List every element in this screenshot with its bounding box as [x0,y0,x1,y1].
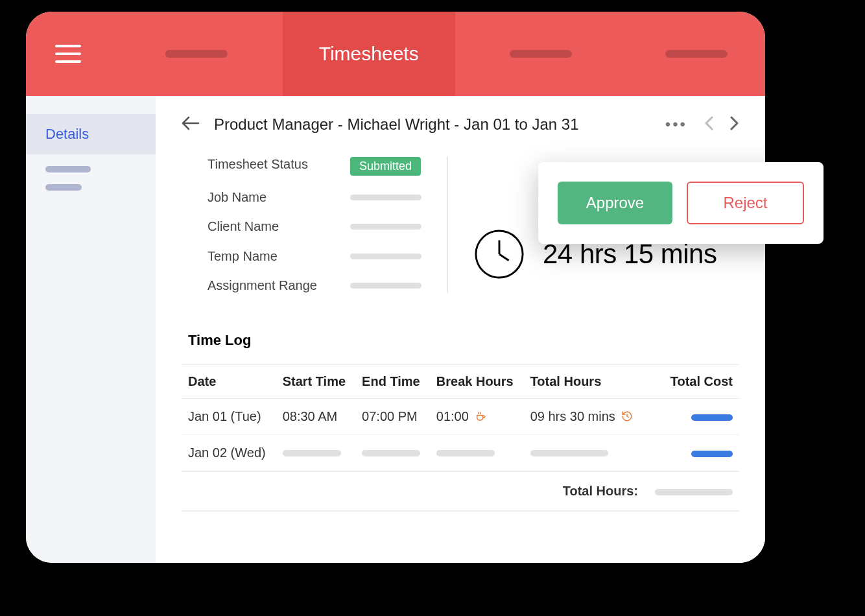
status-grid: Timesheet Status Submitted Job Name Clie… [207,157,421,293]
reject-button[interactable]: Reject [687,182,804,224]
total-hours-label: Total Hours: [524,471,645,511]
table-header-row: Date Start Time End Time Break Hours Tot… [182,365,739,399]
tab-label: Timesheets [319,43,419,65]
sidebar-item-details[interactable]: Details [26,114,156,154]
sidebar-item-placeholder[interactable] [45,166,91,172]
client-name-label: Client Name [207,219,337,234]
header-tab-placeholder-right-1[interactable] [455,12,628,96]
client-name-value [350,224,421,230]
svg-line-10 [627,416,628,418]
cell-total: 09 hrs 30 mins [524,399,645,435]
cell-break: 01:00 [430,399,524,435]
col-date: Date [182,365,276,399]
cell-start: 08:30 AM [276,399,355,435]
col-cost: Total Cost [645,365,739,399]
arrow-left-icon [182,115,200,131]
cell-cost [645,435,739,472]
timelog-title: Time Log [188,332,739,349]
tab-placeholder-pill [510,50,572,58]
header-tab-timesheets[interactable]: Timesheets [283,12,455,96]
back-button[interactable] [182,115,200,134]
tab-placeholder-pill [165,50,228,58]
menu-button[interactable] [26,12,110,96]
cell-break [430,435,524,472]
cell-start [276,435,355,472]
vertical-divider [447,157,448,293]
status-label: Timesheet Status [207,157,337,176]
page-title: Product Manager - Michael Wright - Jan 0… [214,115,651,134]
temp-name-value [350,254,421,259]
table-row[interactable]: Jan 01 (Tue) 08:30 AM 07:00 PM 01:00 09 … [182,399,739,435]
table-total-row: Total Hours: [182,471,739,511]
col-end: End Time [355,365,430,399]
temp-name-label: Temp Name [207,249,337,264]
clock-icon [474,229,525,279]
header: Timesheets [26,12,765,96]
table-row[interactable]: Jan 02 (Wed) [182,435,739,472]
col-total: Total Hours [524,365,645,399]
svg-line-6 [499,254,509,261]
coffee-icon [475,410,486,422]
cell-cost [645,399,739,435]
col-break: Break Hours [430,365,524,399]
header-tab-placeholder-left[interactable] [110,12,283,96]
assignment-range-label: Assignment Range [207,278,337,293]
more-button[interactable]: ••• [665,115,687,134]
approval-card: Approve Reject [538,162,824,244]
app-window: Timesheets Details Product Man [26,12,765,563]
chevron-left-icon [704,116,713,130]
breadcrumb-actions: ••• [665,115,739,134]
approve-button[interactable]: Approve [558,182,672,224]
history-icon [621,410,633,422]
job-name-label: Job Name [207,190,337,205]
hamburger-icon [55,44,81,64]
assignment-range-value [350,283,421,289]
timelog-table: Date Start Time End Time Break Hours Tot… [182,364,739,512]
job-name-value [350,195,421,200]
status-badge: Submitted [350,157,421,176]
sidebar-item-label: Details [45,126,89,142]
next-button[interactable] [730,116,739,133]
cell-total [524,435,645,472]
total-hours-value [645,471,739,511]
cell-end [355,435,430,472]
header-tab-placeholder-right-2[interactable] [627,12,765,96]
sidebar: Details [26,96,156,563]
sidebar-item-placeholder[interactable] [45,184,82,191]
prev-button[interactable] [704,116,713,133]
cell-date: Jan 01 (Tue) [182,399,276,435]
cell-date: Jan 02 (Wed) [182,435,276,472]
tab-placeholder-pill [665,50,728,58]
chevron-right-icon [730,116,739,130]
col-start: Start Time [276,365,355,399]
breadcrumb-row: Product Manager - Michael Wright - Jan 0… [182,115,739,134]
cell-end: 07:00 PM [355,399,430,435]
